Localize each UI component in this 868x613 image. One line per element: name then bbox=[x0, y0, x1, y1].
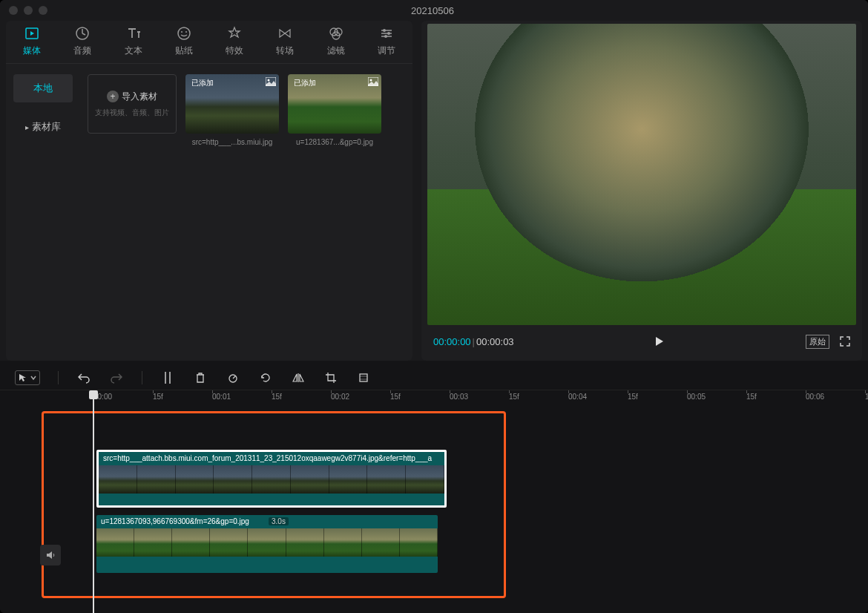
play-button[interactable] bbox=[654, 335, 665, 347]
svg-point-2 bbox=[178, 27, 190, 39]
media-item[interactable]: 已添加src=http___...bs.miui.jpg bbox=[185, 74, 279, 146]
rotate-button[interactable] bbox=[258, 370, 273, 385]
toolbar-label: 文本 bbox=[125, 45, 142, 57]
svg-point-8 bbox=[383, 29, 386, 32]
toolbar-media[interactable]: 媒体 bbox=[18, 25, 46, 57]
minimize-window[interactable] bbox=[24, 6, 33, 15]
sticker-icon bbox=[176, 25, 192, 42]
svg-point-9 bbox=[387, 32, 390, 35]
sidebar-item-label: 素材库 bbox=[32, 121, 61, 132]
timeline-toolbar bbox=[0, 365, 868, 390]
audio-icon bbox=[74, 25, 91, 42]
svg-rect-16 bbox=[360, 374, 367, 381]
media-item[interactable]: 已添加u=1281367...&gp=0.jpg bbox=[288, 74, 381, 146]
delete-button[interactable] bbox=[193, 370, 208, 385]
top-toolbar: 媒体音频文本贴纸特效转场滤镜调节 bbox=[6, 21, 412, 64]
media-panel: 媒体音频文本贴纸特效转场滤镜调节 本地 ▸素材库 +导入素材 支持视频、音频、图… bbox=[6, 21, 412, 361]
sidebar-item-local[interactable]: 本地 bbox=[13, 74, 73, 102]
media-caption: u=1281367...&gp=0.jpg bbox=[288, 138, 381, 146]
ruler-tick: 15f bbox=[272, 393, 282, 401]
ruler-tick: 00:01 bbox=[212, 393, 231, 401]
ruler-tick: 15f bbox=[509, 393, 519, 401]
mirror-button[interactable] bbox=[291, 370, 306, 385]
ruler-tick: 00:03 bbox=[450, 393, 468, 401]
import-media-button[interactable]: +导入素材 支持视频、音频、图片 bbox=[88, 74, 177, 134]
sidebar-item-library[interactable]: ▸素材库 bbox=[13, 113, 73, 141]
toolbar-adjust[interactable]: 调节 bbox=[372, 25, 401, 57]
svg-point-4 bbox=[185, 31, 187, 33]
undo-button[interactable] bbox=[76, 370, 91, 385]
import-label: 导入素材 bbox=[122, 91, 157, 103]
titlebar: 20210506 bbox=[0, 0, 868, 21]
ruler-tick: 15f bbox=[153, 393, 163, 401]
clip-label: src=http___attach.bbs.miui.com_forum_201… bbox=[103, 454, 432, 462]
toolbar-label: 音频 bbox=[73, 45, 91, 57]
toolbar-text[interactable]: 文本 bbox=[119, 25, 148, 57]
tracks-area[interactable]: src=http___attach.bbs.miui.com_forum_201… bbox=[0, 407, 868, 613]
clip-label: u=1281367093,966769300&fm=26&gp=0.jpg bbox=[101, 517, 249, 525]
plus-icon: + bbox=[107, 91, 119, 102]
svg-point-10 bbox=[384, 35, 387, 38]
toolbar-audio[interactable]: 音频 bbox=[68, 25, 96, 57]
toolbar-filter[interactable]: 滤镜 bbox=[322, 25, 350, 57]
speed-button[interactable] bbox=[226, 370, 240, 385]
ruler-tick: 15f bbox=[746, 393, 757, 401]
aspect-ratio-button[interactable]: 原始 bbox=[806, 335, 829, 349]
added-badge: 已添加 bbox=[291, 77, 319, 89]
timeline-clip[interactable]: u=1281367093,966769300&fm=26&gp=0.jpg3.0… bbox=[96, 515, 438, 573]
toolbar-label: 媒体 bbox=[23, 45, 41, 57]
import-hint: 支持视频、音频、图片 bbox=[95, 108, 169, 118]
ruler-tick: 15f bbox=[628, 393, 638, 401]
toolbar-label: 贴纸 bbox=[175, 45, 193, 57]
preview-viewport[interactable] bbox=[427, 24, 856, 325]
filter-icon bbox=[328, 25, 344, 42]
current-time: 00:00:00 bbox=[433, 336, 471, 347]
selection-tool[interactable] bbox=[15, 370, 40, 385]
toolbar-label: 滤镜 bbox=[327, 45, 345, 57]
media-caption: src=http___...bs.miui.jpg bbox=[185, 138, 279, 146]
clip-duration: 3.0s bbox=[269, 517, 289, 525]
ruler-tick: 00:02 bbox=[331, 393, 349, 401]
transition-icon bbox=[277, 25, 293, 42]
timeline-panel: 00:0015f00:0115f00:0215f00:0315f00:0415f… bbox=[0, 361, 868, 613]
total-time: 00:00:03 bbox=[476, 336, 514, 347]
ruler-tick: 15f bbox=[865, 393, 868, 401]
preview-timecode: 00:00:00|00:00:03 bbox=[433, 336, 514, 347]
preview-panel: 00:00:00|00:00:03 原始 bbox=[421, 21, 862, 361]
playhead[interactable] bbox=[93, 390, 94, 613]
svg-point-12 bbox=[268, 79, 270, 82]
toolbar-effects[interactable]: 特效 bbox=[220, 25, 249, 57]
crop-button[interactable] bbox=[323, 370, 338, 385]
svg-point-14 bbox=[370, 79, 372, 82]
image-type-icon bbox=[368, 77, 378, 86]
media-sidebar: 本地 ▸素材库 bbox=[6, 64, 80, 361]
text-icon bbox=[125, 25, 142, 42]
effects-icon bbox=[226, 25, 243, 42]
ruler-tick: 15f bbox=[390, 393, 401, 401]
timeline-clip[interactable]: src=http___attach.bbs.miui.com_forum_201… bbox=[96, 450, 447, 508]
window-title: 20210506 bbox=[47, 5, 818, 16]
media-grid: +导入素材 支持视频、音频、图片 已添加src=http___...bs.miu… bbox=[80, 64, 412, 361]
fullscreen-icon[interactable] bbox=[840, 336, 850, 347]
added-badge: 已添加 bbox=[188, 77, 217, 89]
toolbar-label: 调节 bbox=[378, 45, 395, 57]
track-mute-button[interactable] bbox=[40, 545, 61, 566]
ruler-tick: 00:04 bbox=[568, 393, 587, 401]
media-icon bbox=[24, 25, 40, 42]
toolbar-label: 特效 bbox=[226, 45, 243, 57]
close-window[interactable] bbox=[9, 6, 18, 15]
toolbar-sticker[interactable]: 贴纸 bbox=[170, 25, 198, 57]
toolbar-label: 转场 bbox=[276, 45, 294, 57]
svg-point-3 bbox=[181, 31, 183, 33]
adjust-icon bbox=[378, 25, 395, 42]
crop2-button[interactable] bbox=[356, 370, 371, 385]
split-button[interactable] bbox=[160, 370, 175, 385]
maximize-window[interactable] bbox=[39, 6, 47, 15]
ruler-tick: 00:05 bbox=[687, 393, 706, 401]
toolbar-transition[interactable]: 转场 bbox=[271, 25, 299, 57]
timeline-ruler[interactable]: 00:0015f00:0115f00:0215f00:0315f00:0415f… bbox=[0, 390, 868, 407]
ruler-tick: 00:06 bbox=[806, 393, 824, 401]
image-type-icon bbox=[266, 77, 276, 86]
redo-button[interactable] bbox=[109, 370, 124, 385]
